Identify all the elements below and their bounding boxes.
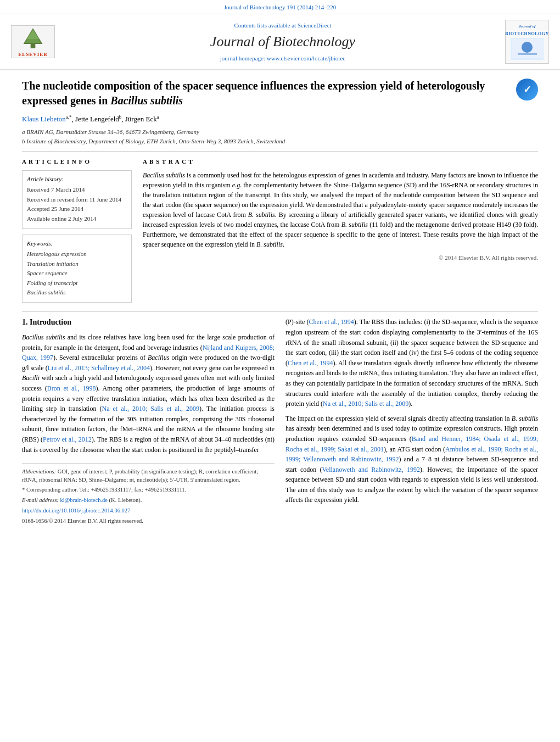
keywords-box: Keywords: Heterologous expression Transl… [22, 235, 132, 303]
body-content: 1. Introduction Bacillus subtilis and it… [22, 317, 538, 527]
accepted-date: Accepted 25 June 2014 [27, 205, 127, 213]
intro-heading: 1. Introduction [22, 317, 275, 328]
online-date: Available online 2 July 2014 [27, 215, 127, 223]
history-label: Article history: [27, 175, 127, 183]
elsevier-wordmark: ELSEVIER [18, 51, 48, 58]
info-abstract-section: A R T I C L E I N F O Article history: R… [22, 158, 538, 303]
main-content: ✓ The nucleotide composition of the spac… [0, 70, 560, 538]
issn-text: 0168-1656/© 2014 Elsevier B.V. All right… [22, 517, 275, 526]
svg-point-5 [522, 42, 533, 53]
body-col-right: (P)-site (Chen et al., 1994). The RBS th… [285, 317, 538, 527]
keyword-3: Spacer sequence [27, 269, 127, 277]
contents-link: Contents lists available at ScienceDirec… [66, 21, 500, 30]
author2-name: , Jette Lengefeld [72, 115, 119, 124]
keyword-1: Heterologous expression [27, 250, 127, 258]
abbrev-text: Abbreviations: GOI, gene of interest; P,… [22, 468, 275, 484]
keyword-5: Bacillus subtilis [27, 288, 127, 297]
article-title: The nucleotide composition of the spacer… [22, 79, 538, 108]
affiliations: a BRAIN AG, Darmstädter Strasse 34–36, 6… [22, 128, 538, 146]
contents-text: Contents lists available at [234, 22, 296, 29]
abbrev-content: GOI, gene of interest; P, probability (i… [22, 468, 258, 483]
article-title-italic: Bacillus subtilis [110, 94, 183, 107]
author3-sup: a [157, 114, 159, 120]
article-info-col: A R T I C L E I N F O Article history: R… [22, 158, 132, 303]
keywords-label: Keywords: [27, 239, 127, 248]
journal-reference-bar: Journal of Biotechnology 191 (2014) 214–… [0, 0, 560, 14]
homepage-url[interactable]: www.elsevier.com/locate/jbiotec [267, 55, 345, 62]
journal-header-center: Contents lists available at ScienceDirec… [66, 21, 500, 63]
intro-col1-text: Bacillus subtilis and its close relative… [22, 332, 275, 455]
journal-title: Journal of Biotechnology [66, 32, 500, 52]
author3-name: , Jürgen Eck [121, 115, 156, 124]
journal-title-text: Journal of Biotechnology [210, 34, 355, 49]
revised-date: Received in revised form 11 June 2014 [27, 196, 127, 204]
doi-link[interactable]: http://dx.doi.org/10.1016/j.jbiotec.2014… [22, 507, 130, 514]
email-line: E-mail address: kl@brain-biotech.de (K. … [22, 496, 275, 505]
divider-2 [22, 311, 538, 311]
authors-line: Klaus Liebetona,*, Jette Lengefeldb, Jür… [22, 114, 538, 125]
corresponding-label: * Corresponding author. Tel.: +496251933… [22, 487, 186, 493]
abstract-heading: A B S T R A C T [143, 158, 538, 166]
author1-link[interactable]: Klaus Liebeton [22, 115, 66, 124]
keyword-4: Folding of transcript [27, 279, 127, 287]
journal-logo-box: Journal of BIOTECHNOLOGY [505, 20, 549, 64]
affil-b: b Institute of Biochemistry, Department … [22, 137, 538, 146]
journal-logo-image [511, 38, 544, 60]
email-label: E-mail address: [22, 497, 59, 503]
body-col-left: 1. Introduction Bacillus subtilis and it… [22, 317, 275, 527]
keyword-2: Translation initiation [27, 260, 127, 268]
journal-ref-text: Journal of Biotechnology 191 (2014) 214–… [224, 4, 336, 10]
homepage-link-line: journal homepage: www.elsevier.com/locat… [66, 54, 500, 63]
copyright-text: © 2014 Elsevier B.V. All rights reserved… [143, 254, 538, 262]
abstract-text: Bacillus subtilis is a commonly used hos… [143, 170, 538, 249]
email-link[interactable]: kl@brain-biotech.de [60, 497, 108, 503]
author1-sup: a,* [66, 114, 72, 120]
sciencedirect-link[interactable]: ScienceDirect [298, 22, 332, 29]
homepage-text: journal homepage: [220, 55, 265, 62]
tree-svg [14, 26, 52, 49]
svg-marker-3 [27, 30, 40, 39]
elsevier-tree-image: ELSEVIER [11, 25, 55, 58]
journal-logo-line2: BIOTECHNOLOGY [505, 31, 548, 37]
elsevier-logo: ELSEVIER [11, 25, 60, 58]
article-title-text: The nucleotide composition of the spacer… [22, 80, 485, 107]
svg-rect-6 [518, 53, 537, 55]
corresponding-text: * Corresponding author. Tel.: +496251933… [22, 486, 275, 494]
divider-1 [22, 152, 538, 152]
journal-logo-line1: Journal of [519, 24, 536, 30]
intro-col2-text: (P)-site (Chen et al., 1994). The RBS th… [285, 317, 538, 505]
article-info-heading: A R T I C L E I N F O [22, 158, 132, 166]
journal-header: ELSEVIER Contents lists available at Sci… [0, 14, 560, 70]
article-history-box: Article history: Received 7 March 2014 R… [22, 170, 132, 229]
received-date: Received 7 March 2014 [27, 186, 127, 194]
article-title-area: ✓ The nucleotide composition of the spac… [22, 79, 538, 108]
affil-a: a BRAIN AG, Darmstädter Strasse 34–36, 6… [22, 128, 538, 136]
email-end: (K. Liebeton). [109, 497, 142, 503]
footnotes-area: Abbreviations: GOI, gene of interest; P,… [22, 463, 275, 525]
abstract-col: A B S T R A C T Bacillus subtilis is a c… [143, 158, 538, 303]
